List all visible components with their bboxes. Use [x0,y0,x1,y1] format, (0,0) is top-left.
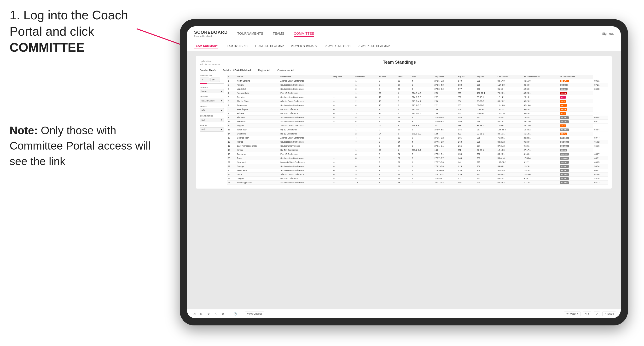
table-row: 13Texas TechBig 12 Conference–19272276.9… [227,128,608,132]
col-avg-sg: Avg. SG [456,75,476,79]
min-rounds-section: Minimum Rou... 4 30 [200,75,224,84]
nav-items: TOURNAMENTS TEAMS COMMITTEE [237,31,600,37]
table-row: 11ArkansasSoutheastern Conference–682332… [227,120,608,124]
region-label: Region [200,105,224,107]
standings-table: # School Conference Reg Rank Conf Rank N… [227,75,608,185]
filter-row: Gender: Men's Division: NCAA Division I … [200,69,608,72]
back-icon[interactable]: ◁ [192,312,196,316]
instruction-area: 1. Log into the Coach Portal and click C… [10,7,154,169]
refresh-icon[interactable]: ↻ [206,312,211,316]
min-rounds-label: Minimum Rou... [200,75,224,77]
step-instruction: 1. Log into the Coach Portal and click C… [10,7,154,56]
toolbar-right: 👁 Watch ▾ ✎ ▾ ⤢ ↗ Share [564,312,616,316]
table-row: 20TexasSoutheastern Conference–89270278.… [227,156,608,160]
col-conf-rank: Conf Rank [354,75,378,79]
tablet-screen: SCOREBOARD Powered by clippd TOURNAMENTS… [187,26,621,318]
panel-title: Team Standings [220,60,579,65]
division-filter: Division: NCAA Division I [223,69,251,72]
sign-out[interactable]: | Sign out [600,32,614,35]
gender-label: Gender [200,86,224,88]
table-row: 2AuburnSoutheastern Conference–19276273.… [227,83,608,87]
sub-nav-player-h2h-grid[interactable]: PLAYER H2H GRID [325,43,350,49]
logo-title: SCOREBOARD [194,30,228,35]
division-select[interactable]: NCAA Division I ▾ [200,99,224,103]
conference-select[interactable]: (All) ▾ [200,118,224,122]
sub-nav-team-summary[interactable]: TEAM SUMMARY [194,43,218,49]
sub-nav-player-h2h-heatmap[interactable]: PLAYER H2H HEATMAP [358,43,390,49]
table-row: 25OregonPac-12 Conference–57212279.5 -3.… [227,176,608,181]
table-row: 22GeorgiaSoutheastern Conference–8721127… [227,164,608,169]
forward-icon[interactable]: ▷ [199,312,204,316]
panel-header: Update time: 27/03/2024 16:56:26 Team St… [200,60,608,66]
sub-nav-team-h2h-heatmap[interactable]: TEAM H2H HEATMAP [255,43,284,49]
watch-btn[interactable]: 👁 Watch ▾ [564,312,580,316]
table-row: 23Texas A&MSoutheastern Conference–91030… [227,169,608,173]
copy-icon[interactable]: ⧉ [220,312,225,316]
col-reg-rank: Reg Rank [332,75,354,79]
nav-item-committee[interactable]: COMMITTEE [294,31,314,37]
table-row: 4Arizona StatePac-12 Conference–1261274.… [227,91,608,95]
logo-area: SCOREBOARD Powered by clippd [194,30,228,37]
min-rounds-val2[interactable]: 30 [210,78,220,82]
col-adj-score: Adj. Score [433,75,456,79]
toolbar-separator [229,312,229,316]
division-label: Division [200,96,224,98]
panel: Update time: 27/03/2024 16:56:26 Team St… [196,56,612,188]
nav-item-tournaments[interactable]: TOURNAMENTS [237,31,263,37]
table-row: 8WashingtonPac-12 Conference–2231276.3 -… [227,107,608,112]
min-rounds-slider[interactable] [200,83,224,84]
col-avg-rd: Avg. Rd. [476,75,496,79]
school-select[interactable]: (All) ▾ [200,127,224,132]
fullscreen-btn[interactable]: ⤢ [594,312,600,316]
nav-item-teams[interactable]: TEAMS [273,31,284,37]
table-row: 7TennesseeSoutheastern Conference–418227… [227,103,608,107]
note-instruction: Note: Only those with Committee Portal a… [10,123,154,169]
table-row: 21New MexicoMountain West Conference–193… [227,160,608,164]
col-vs-top-25: Vs Top Record 25 [522,75,558,79]
conference-label: Conference [200,115,224,117]
logo-sub: Powered by clippd [194,35,228,37]
col-low: Low Overall [496,75,522,79]
data-table: # School Conference Reg Rank Conf Rank N… [227,75,608,185]
sub-nav-team-h2h-grid[interactable]: TEAM H2H GRID [225,43,248,49]
table-row: 26Mississippi StateSoutheastern Conferen… [227,181,608,185]
table-row: 16FloridaSoutheastern Conference–7924427… [227,140,608,144]
table-row: 1North CarolinaAtlantic Coast Conference… [227,79,608,83]
col-vs-top-50: Vs Top 50 Points [558,75,593,79]
conference-filter: Conference: All [277,69,294,72]
sub-nav-player-summary[interactable]: PLAYER SUMMARY [291,43,318,49]
school-section: School (All) ▾ [200,124,224,132]
region-section: Region N/A ▾ [200,105,224,112]
bottom-toolbar: ◁ ▷ ↻ ⌂ ⧉ 🕐 View: Original 👁 Watch ▾ ✎ ▾ [187,309,621,318]
clock-icon[interactable]: 🕐 [233,312,238,316]
sidebar-filters: Minimum Rou... 4 30 Gender [200,75,224,185]
tablet-frame: SCOREBOARD Powered by clippd TOURNAMENTS… [180,19,628,326]
col-conference: Conference [279,75,332,79]
table-row: 9ArizonaPac-12 Conference–3163276.3 -4.6… [227,112,608,116]
table-row: 6Florida StateAtlantic Coast Conference–… [227,99,608,103]
conference-section: Conference (All) ▾ [200,115,224,122]
nav-bar: SCOREBOARD Powered by clippd TOURNAMENTS… [187,26,621,41]
table-row: 17East Tennessee StateSouthern Conferenc… [227,144,608,148]
share-btn[interactable]: ↗ Share [602,312,616,316]
table-row: 5Ole MissSoutheastern Conference–3161274… [227,95,608,99]
home-icon[interactable]: ⌂ [213,312,218,316]
table-row: 3VanderbiltSoutheastern Conference–28266… [227,87,608,91]
table-row: 24DukeAtlantic Coast Conference–59271279… [227,173,608,176]
main-content: Minimum Rou... 4 30 Gender [200,75,608,185]
region-select[interactable]: N/A ▾ [200,108,224,112]
table-row: 12VirginiaAtlantic Coast Conference–3216… [227,124,608,128]
content-area: Update time: 27/03/2024 16:56:26 Team St… [187,51,621,309]
table-row: 19CaliforniaPac-12 Conference–48242278.2… [227,152,608,156]
division-section: Division NCAA Division I ▾ [200,96,224,103]
school-label: School [200,124,224,127]
toolbar-separator-2 [241,312,241,316]
min-rounds-val1[interactable]: 4 [200,78,210,82]
table-row: 15Georgia TechAtlantic Coast Conference–… [227,136,608,140]
gender-select[interactable]: Men's ▾ [200,89,224,93]
gender-filter: Gender: Men's [200,69,216,72]
annotate-btn[interactable]: ✎ ▾ [583,312,591,316]
sub-nav: TEAM SUMMARY TEAM H2H GRID TEAM H2H HEAT… [187,41,621,51]
view-original-btn[interactable]: View: Original [245,312,264,316]
region-filter: Region: All [258,69,270,72]
